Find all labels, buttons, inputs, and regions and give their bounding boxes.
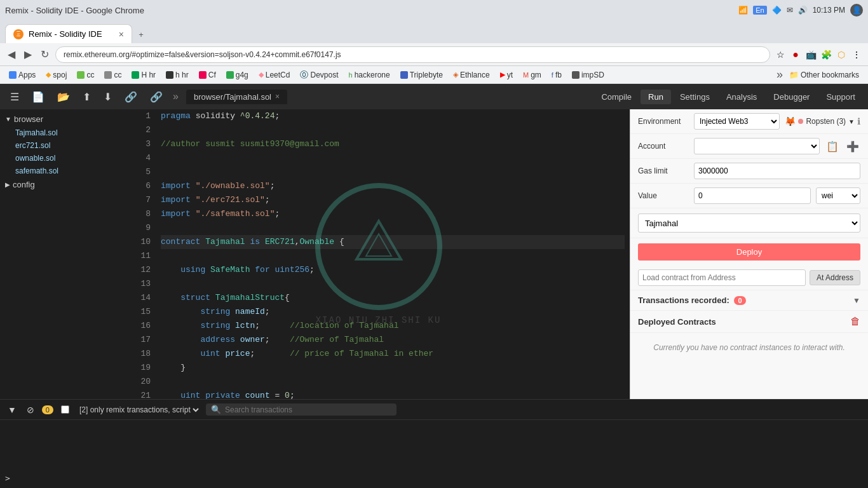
line-num-6: 6 [127,179,151,193]
search-icon: 🔍 [211,405,221,414]
gas-limit-input[interactable] [694,163,860,179]
more-bookmarks-btn[interactable]: » [776,68,783,81]
deploy-button[interactable]: Deploy [638,243,860,261]
transactions-row[interactable]: Transactions recorded: 0 ▼ [630,290,868,311]
sidebar-file-erc721[interactable]: erc721.sol [0,139,127,152]
expand-icon[interactable]: » [173,91,179,102]
filter-dropdown[interactable]: [2] only remix transactions, script [77,405,201,415]
bookmark-spoj[interactable]: ◆ spoj [42,69,71,81]
bookmark-triplebyte[interactable]: Triplebyte [397,69,447,81]
open-file-btn[interactable]: 📂 [52,88,75,105]
bookmark-hr[interactable]: H hr [128,69,159,81]
active-tab[interactable]: Ξ Remix - Solidity IDE × [5,24,132,43]
search-input[interactable] [225,405,391,414]
value-input[interactable] [694,187,811,204]
main-content: ▼ browser Tajmahal.sol erc721.sol ownabl… [0,109,868,399]
editor-area[interactable]: 1 2 3 4 5 6 7 8 9 10 11 12 13 14 15 16 1 [127,109,630,399]
more-icon[interactable]: ⋮ [850,48,863,61]
info-icon[interactable]: ℹ [857,116,860,126]
stop-btn[interactable]: ⊘ [24,403,37,416]
tab-analysis[interactable]: Analysis [719,90,764,104]
clone-github-btn[interactable]: ⬇ [98,88,117,105]
sidebar-config[interactable]: ▶ config [0,177,127,192]
connect-btn[interactable]: 🔗 [145,88,168,105]
bookmark-apps[interactable]: Apps [5,69,39,81]
bookmark-yt[interactable]: ▶ yt [496,69,517,81]
bookmark-fb-label: fb [555,71,562,79]
extension-icon1[interactable]: 🧩 [820,48,832,61]
tab-settings[interactable]: Settings [672,90,717,104]
code-line-21: uint private count = 0; [161,389,625,399]
new-file-btn[interactable]: 📄 [27,88,50,105]
file-tab-close-btn[interactable]: × [275,92,280,101]
code-line-6: import "./ownable.sol"; [161,179,625,193]
value-label: Value [638,191,689,200]
bookmark-hr2[interactable]: h hr [162,69,193,81]
sidebar-config-label: config [13,180,35,189]
tab-run[interactable]: Run [641,90,671,104]
bookmark-devpost[interactable]: ⓪ Devpost [296,68,342,82]
value-unit-select[interactable]: wei gwei finney ether [816,187,860,204]
account-select[interactable] [694,138,820,154]
extension-icon2[interactable]: ⬡ [835,48,848,61]
search-wrap: 🔍 [206,403,397,416]
tab-close-btn[interactable]: × [119,29,124,39]
new-tab-btn[interactable]: + [132,25,150,43]
back-button[interactable]: ◀ [5,47,18,62]
cast-icon[interactable]: 📺 [804,48,817,61]
address-bar[interactable] [55,46,770,63]
line-num-12: 12 [127,263,151,277]
bookmark-star-icon[interactable]: ☆ [774,48,787,61]
copy-link-btn[interactable]: 🔗 [119,88,142,105]
user-icon: 👤 [850,4,863,17]
copy-account-btn[interactable]: 📋 [825,139,840,154]
sidebar-file-safemath[interactable]: safemath.sol [0,165,127,177]
tab-compile[interactable]: Compile [593,90,639,104]
code-line-16: string lctn; //location of Tajmahal [161,319,625,333]
load-contract-input[interactable] [638,269,806,286]
tab-support[interactable]: Support [818,90,863,104]
bookmark-hackerone[interactable]: h hackerone [345,69,394,81]
devpost-icon: ⓪ [300,69,308,81]
publish-github-btn[interactable]: ⬆ [78,88,96,105]
bookmark-ethlance[interactable]: ◈ Ethlance [449,69,494,81]
forward-button[interactable]: ▶ [22,47,34,62]
bookmark-g4g[interactable]: g4g [222,69,252,81]
hr-icon [132,71,139,79]
bookmark-g4g-label: g4g [236,71,248,79]
terminal-area[interactable]: > [0,419,868,488]
code-line-1: pragma solidity ^0.4.24; [161,109,625,123]
add-account-btn[interactable]: ➕ [845,139,860,154]
sidebar-file-ownable[interactable]: ownable.sol [0,152,127,165]
sidebar-toggle-btn[interactable]: ☰ [5,88,24,105]
environment-select[interactable]: Injected Web3 JavaScript VM Web3 Provide… [694,113,780,130]
bookmark-hackerone-label: hackerone [355,71,390,79]
folder-icon: 📁 [789,71,799,79]
bookmark-impsd[interactable]: impSD [568,69,608,81]
metamask-icon: 🦊 [785,116,796,126]
sidebar-browser-header[interactable]: ▼ browser [0,112,127,126]
bookmark-cc1[interactable]: cc [73,69,98,81]
refresh-button[interactable]: ↻ [38,47,51,62]
bookmark-leetcd[interactable]: ◆ LeetCd [255,69,294,81]
file-tab-label: browser/Tajmahal.sol [194,92,271,102]
at-address-button[interactable]: At Address [810,270,860,285]
chrome-menu-icon[interactable]: ● [789,48,802,61]
bookmark-other[interactable]: 📁 Other bookmarks [785,69,863,81]
contract-select[interactable]: Tajmahal [638,214,860,233]
bookmark-fb[interactable]: f fb [548,69,566,81]
gm-icon: M [523,71,529,79]
bookmark-cc2[interactable]: cc [100,69,125,81]
trash-icon[interactable]: 🗑 [850,316,860,327]
bookmark-gm[interactable]: M gm [519,69,545,81]
file-tab[interactable]: browser/Tajmahal.sol × [186,90,287,104]
bookmark-cf[interactable]: Cf [195,69,220,81]
code-lines[interactable]: pragma solidity ^0.4.24; //author susmit… [156,109,630,399]
code-line-13 [161,277,625,291]
code-line-15: string nameId; [161,305,625,319]
sidebar-file-tajmahal[interactable]: Tajmahal.sol [0,126,127,139]
scroll-down-btn[interactable]: ▼ [5,403,19,416]
code-line-11 [161,249,625,263]
tab-debugger[interactable]: Debugger [766,90,817,104]
filter-checkbox[interactable] [61,405,69,414]
